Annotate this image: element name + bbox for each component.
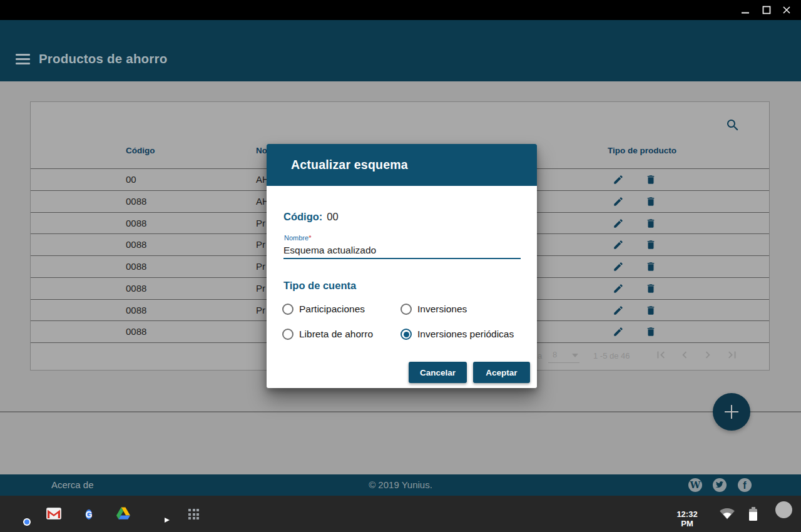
footer: Acerca de © 2019 Yunius. W f bbox=[0, 474, 801, 496]
content-divider bbox=[0, 411, 801, 412]
accept-button[interactable]: Aceptar bbox=[473, 362, 530, 383]
app-bar: Productos de ahorro Catálogos Operación … bbox=[0, 20, 801, 81]
cell-codigo: 0088 bbox=[126, 213, 146, 234]
delete-icon[interactable] bbox=[645, 261, 656, 273]
edit-icon[interactable] bbox=[612, 174, 624, 186]
column-header-tipo-producto: Tipo de producto bbox=[608, 146, 676, 158]
cell-codigo: 0088 bbox=[126, 234, 146, 255]
cell-nombre: Pr bbox=[256, 213, 265, 234]
cell-nombre: Pr bbox=[256, 234, 265, 255]
facebook-icon[interactable]: f bbox=[738, 478, 752, 492]
cell-nombre: Pr bbox=[256, 256, 265, 277]
edit-icon[interactable] bbox=[612, 196, 624, 208]
delete-icon[interactable] bbox=[645, 174, 656, 186]
battery-icon bbox=[749, 507, 757, 521]
shelf: G 12:32 PM bbox=[0, 496, 801, 532]
edit-icon[interactable] bbox=[612, 283, 624, 295]
codigo-row: Código:00 bbox=[283, 211, 339, 223]
edit-icon[interactable] bbox=[612, 239, 624, 251]
cell-codigo: 0088 bbox=[126, 300, 146, 321]
page-title: Productos de ahorro bbox=[39, 51, 167, 66]
tipo-cuenta-label: Tipo de cuenta bbox=[283, 280, 356, 292]
radio-icon bbox=[282, 329, 293, 340]
radio-option[interactable]: Inversiones bbox=[400, 303, 467, 315]
edit-icon[interactable] bbox=[612, 326, 624, 338]
screen: Productos de ahorro Catálogos Operación … bbox=[0, 0, 801, 532]
first-page-icon[interactable] bbox=[653, 347, 669, 364]
radio-icon bbox=[400, 329, 412, 340]
nombre-field-label: Nombre* bbox=[284, 234, 311, 242]
cell-codigo: 0088 bbox=[126, 278, 146, 299]
page-size-select[interactable]: 8 bbox=[548, 347, 579, 363]
paginator-range-label: 1 -5 de 46 bbox=[593, 351, 630, 361]
minimize-icon[interactable] bbox=[737, 0, 753, 20]
search-icon[interactable] bbox=[724, 117, 742, 135]
delete-icon[interactable] bbox=[645, 326, 656, 338]
delete-icon[interactable] bbox=[645, 239, 656, 251]
twitter-icon[interactable] bbox=[713, 478, 727, 492]
maximize-icon[interactable] bbox=[758, 0, 775, 20]
nombre-input[interactable] bbox=[283, 243, 521, 259]
edit-icon[interactable] bbox=[612, 305, 624, 317]
cell-codigo: 0088 bbox=[126, 256, 146, 277]
cell-codigo: 0088 bbox=[126, 321, 146, 342]
avatar[interactable] bbox=[775, 501, 792, 518]
radio-option[interactable]: Inversiones periódicas bbox=[400, 328, 514, 340]
google-icon[interactable]: G bbox=[81, 506, 97, 523]
cell-codigo: 0088 bbox=[126, 191, 146, 212]
edit-icon[interactable] bbox=[612, 218, 624, 230]
update-scheme-dialog: Actualizar esquema Código:00 Nombre* Tip… bbox=[267, 144, 537, 388]
wifi-icon bbox=[720, 507, 735, 521]
add-button[interactable] bbox=[713, 393, 750, 431]
wordpress-icon[interactable]: W bbox=[688, 478, 702, 492]
copyright-text: © 2019 Yunius. bbox=[0, 479, 801, 490]
delete-icon[interactable] bbox=[645, 218, 656, 230]
delete-icon[interactable] bbox=[645, 196, 656, 208]
delete-icon[interactable] bbox=[645, 283, 656, 295]
cell-codigo: 00 bbox=[126, 169, 136, 190]
last-page-icon[interactable] bbox=[724, 347, 740, 364]
cell-nombre: Pr bbox=[256, 300, 265, 321]
os-title-bar bbox=[0, 0, 801, 20]
required-marker: * bbox=[309, 234, 311, 242]
column-header-nombre: No bbox=[256, 146, 267, 158]
youtube-icon[interactable] bbox=[151, 506, 167, 523]
chevron-down-icon bbox=[572, 354, 578, 357]
dialog-header: Actualizar esquema bbox=[267, 144, 537, 186]
radio-option[interactable]: Participaciones bbox=[282, 303, 365, 315]
launcher-icon[interactable] bbox=[186, 506, 202, 523]
column-header-codigo: Código bbox=[126, 146, 155, 158]
codigo-label: Código: bbox=[283, 211, 322, 222]
previous-page-icon[interactable] bbox=[676, 347, 693, 364]
clock-label: 12:32 PM bbox=[671, 509, 703, 528]
drive-icon[interactable] bbox=[115, 506, 131, 523]
dialog-title: Actualizar esquema bbox=[291, 158, 408, 172]
items-per-page-label: a bbox=[538, 351, 542, 361]
radio-option[interactable]: Libreta de ahorro bbox=[282, 328, 373, 340]
codigo-value: 00 bbox=[327, 211, 338, 222]
next-page-icon[interactable] bbox=[700, 347, 716, 364]
radio-icon bbox=[400, 304, 412, 315]
cell-nombre: Pr bbox=[256, 278, 265, 299]
delete-icon[interactable] bbox=[645, 305, 656, 317]
radio-icon bbox=[282, 304, 293, 315]
close-icon[interactable] bbox=[778, 0, 795, 20]
cancel-button[interactable]: Cancelar bbox=[409, 362, 467, 383]
chrome-icon[interactable] bbox=[11, 506, 28, 523]
edit-icon[interactable] bbox=[612, 261, 624, 273]
menu-icon[interactable] bbox=[16, 54, 30, 64]
gmail-icon[interactable] bbox=[46, 506, 62, 523]
